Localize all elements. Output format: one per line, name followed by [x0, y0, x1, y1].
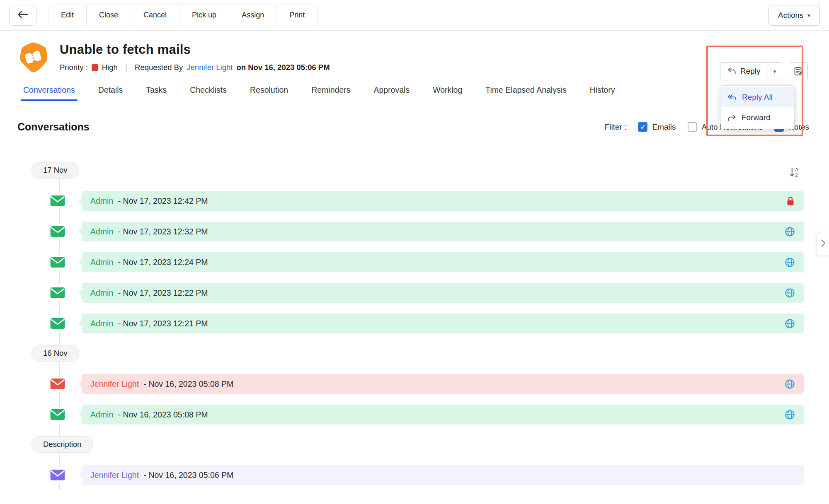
- back-button[interactable]: [9, 5, 36, 26]
- tab-conversations[interactable]: Conversations: [23, 85, 75, 101]
- conversation-entry: Admin - Nov 17, 2023 12:21 PM: [17, 313, 804, 333]
- ticket-icon: [17, 41, 49, 73]
- priority-color-swatch: [92, 64, 98, 71]
- toolbar-button-close[interactable]: Close: [87, 5, 131, 26]
- toolbar-button-group: EditCloseCancelPick upAssignPrint: [48, 5, 318, 26]
- conversation-sender[interactable]: Admin: [90, 227, 113, 236]
- tab-reminders[interactable]: Reminders: [311, 85, 350, 101]
- conversation-entry: Admin - Nov 17, 2023 12:32 PM: [17, 222, 804, 241]
- conversation-sender[interactable]: Admin: [90, 319, 113, 328]
- toolbar-button-assign[interactable]: Assign: [229, 5, 277, 26]
- conversation-sender[interactable]: Admin: [90, 410, 113, 420]
- conversation-sender[interactable]: Admin: [90, 258, 113, 267]
- conversation-entry: Admin - Nov 17, 2023 12:42 PM: [17, 191, 804, 211]
- sort-icon[interactable]: A Z: [788, 166, 801, 180]
- filter-item-label: Emails: [652, 123, 676, 132]
- conversation-notes-icon[interactable]: [789, 62, 808, 80]
- lock-icon: [785, 195, 795, 207]
- tab-bar: ConversationsDetailsTasksChecklistsResol…: [17, 85, 809, 101]
- page-title: Unable to fetch mails: [60, 42, 330, 57]
- conversation-row[interactable]: Admin - Nov 17, 2023 12:24 PM: [82, 252, 804, 272]
- conversation-row[interactable]: Admin - Nov 17, 2023 12:22 PM: [82, 283, 804, 303]
- menu-item-reply-all[interactable]: Reply All: [721, 87, 794, 107]
- main-content: Unable to fetch mails Priority : High | …: [0, 31, 829, 504]
- conversation-sender[interactable]: Jennifer Light: [90, 470, 139, 480]
- email-icon: [50, 316, 65, 331]
- svg-text:A: A: [795, 167, 799, 172]
- actions-button[interactable]: Actions ▾: [768, 5, 820, 26]
- conversation-time: - Nov 16, 2023 05:08 PM: [116, 410, 208, 420]
- chevron-down-icon: ▾: [807, 12, 810, 19]
- conversation-time: - Nov 16, 2023 05:08 PM: [141, 379, 233, 389]
- date-pill-16-nov: 16 Nov: [32, 345, 79, 362]
- reply-label: Reply: [740, 67, 761, 76]
- globe-icon: [784, 287, 795, 299]
- email-icon: [50, 193, 65, 209]
- conversation-sender[interactable]: Admin: [90, 196, 113, 206]
- reply-button[interactable]: Reply: [720, 62, 768, 80]
- tab-details[interactable]: Details: [98, 85, 123, 101]
- forward-icon: [727, 114, 736, 121]
- requester-link[interactable]: Jennifer Light: [187, 63, 233, 72]
- conversation-row[interactable]: Admin - Nov 17, 2023 12:21 PM: [82, 313, 804, 333]
- conversation-row[interactable]: Admin - Nov 16, 2023 05:08 PM: [82, 405, 804, 424]
- checkbox-auto-notifications[interactable]: [688, 122, 697, 132]
- toolbar-button-edit[interactable]: Edit: [48, 5, 87, 26]
- right-panel-expander[interactable]: [817, 232, 829, 256]
- conversation-sender[interactable]: Jennifer Light: [90, 379, 139, 389]
- reply-icon: [727, 67, 736, 76]
- menu-item-forward[interactable]: Forward: [721, 107, 794, 128]
- conversation-sender[interactable]: Admin: [90, 288, 113, 298]
- menu-item-label: Reply All: [742, 93, 773, 102]
- svg-text:Z: Z: [795, 173, 798, 178]
- conversation-row[interactable]: Admin - Nov 17, 2023 12:42 PM: [82, 191, 804, 211]
- conversation-time: - Nov 17, 2023 12:32 PM: [116, 227, 208, 236]
- conversations-header: Conversations Filter : ✓EmailsAuto Notif…: [17, 121, 809, 133]
- email-icon: [50, 407, 65, 422]
- tab-history[interactable]: History: [590, 85, 615, 101]
- checkbox-emails[interactable]: ✓: [638, 122, 647, 132]
- meta-divider: |: [125, 63, 127, 72]
- email-icon: [50, 255, 65, 270]
- tab-resolution[interactable]: Resolution: [250, 85, 288, 101]
- tab-checklists[interactable]: Checklists: [190, 85, 227, 101]
- conversations-heading: Conversations: [17, 121, 90, 133]
- priority-label: Priority :: [60, 63, 88, 72]
- toolbar-button-print[interactable]: Print: [277, 5, 317, 26]
- tab-time-elapsed-analysis[interactable]: Time Elapsed Analysis: [485, 85, 566, 101]
- reply-dropdown-toggle[interactable]: ▾: [768, 62, 782, 80]
- conversation-timeline: A Z 17 NovAdmin - Nov 17, 2023 12:42 PMA…: [17, 162, 809, 504]
- ticket-header: Unable to fetch mails Priority : High | …: [17, 41, 809, 73]
- email-icon: [50, 468, 65, 483]
- date-pill-17-nov: 17 Nov: [32, 162, 79, 178]
- tab-approvals[interactable]: Approvals: [373, 85, 410, 101]
- conversation-row[interactable]: Jennifer Light - Nov 16, 2023 05:06 PM: [82, 465, 804, 485]
- chevron-down-icon: ▾: [773, 68, 776, 75]
- requested-on-date: on Nov 16, 2023 05:06 PM: [236, 63, 330, 72]
- conversation-row[interactable]: Admin - Nov 17, 2023 12:32 PM: [82, 222, 804, 241]
- reply-split-button: Reply ▾: [720, 62, 782, 80]
- email-icon: [50, 376, 65, 392]
- requested-by-label: Requested By: [135, 63, 183, 72]
- globe-icon: [784, 409, 795, 420]
- filter-emails[interactable]: ✓Emails: [638, 122, 676, 132]
- actions-label: Actions: [778, 11, 803, 20]
- email-icon: [50, 224, 65, 239]
- menu-item-label: Forward: [742, 113, 771, 122]
- globe-icon: [784, 226, 795, 237]
- conversation-entry: Admin - Nov 17, 2023 12:24 PM: [17, 252, 804, 272]
- toolbar-button-cancel[interactable]: Cancel: [131, 5, 179, 26]
- tab-tasks[interactable]: Tasks: [146, 85, 167, 101]
- conversation-time: - Nov 17, 2023 12:22 PM: [116, 288, 208, 298]
- back-arrow-icon: [17, 10, 28, 20]
- chevron-right-icon: [820, 239, 826, 249]
- priority-value: High: [102, 63, 118, 72]
- email-icon: [50, 285, 65, 301]
- conversation-time: - Nov 17, 2023 12:24 PM: [116, 258, 208, 267]
- toolbar-button-pick-up[interactable]: Pick up: [179, 5, 229, 26]
- conversation-row[interactable]: Jennifer Light - Nov 16, 2023 05:08 PM: [82, 374, 804, 394]
- tab-worklog[interactable]: Worklog: [433, 85, 462, 101]
- filter-label: Filter :: [605, 123, 627, 132]
- globe-icon: [784, 257, 795, 268]
- conversation-time: - Nov 17, 2023 12:21 PM: [116, 319, 208, 328]
